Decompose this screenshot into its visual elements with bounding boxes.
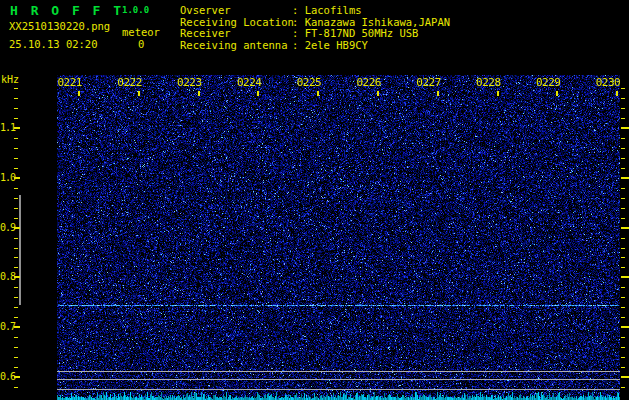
freq-minor-tick-left	[14, 248, 18, 249]
freq-major-tick-right	[621, 276, 629, 278]
hrofft-output-window: H R O F F T 1.0.0 XX2510130220.png meteo…	[0, 0, 629, 400]
info-value-antenna: 2ele HB9CY	[305, 39, 368, 51]
freq-minor-tick-right	[621, 248, 625, 249]
meteor-count-value: 0	[138, 38, 144, 50]
freq-minor-tick-right	[621, 317, 625, 318]
frequency-range-marker-bar	[19, 195, 21, 305]
freq-tick-label: 0.8	[0, 271, 14, 282]
freq-major-tick-left	[14, 376, 20, 378]
freq-minor-tick-left	[14, 198, 18, 199]
time-tick-mark	[556, 91, 558, 96]
freq-minor-tick-left	[14, 387, 18, 388]
freq-minor-tick-left	[14, 88, 18, 89]
freq-minor-tick-right	[621, 367, 625, 368]
station-info-table: Ovserver: Lacofilms Receiving Location: …	[180, 5, 450, 52]
time-tick-label: 0223	[172, 76, 202, 89]
freq-minor-tick-right	[621, 98, 625, 99]
freq-minor-tick-right	[621, 347, 625, 348]
freq-minor-tick-left	[14, 337, 18, 338]
freq-minor-tick-right	[621, 357, 625, 358]
record-datetime: 25.10.13 02:20	[9, 38, 98, 50]
time-tick-label: 0228	[471, 76, 501, 89]
freq-minor-tick-left	[14, 297, 18, 298]
freq-minor-tick-right	[621, 118, 625, 119]
freq-minor-tick-right	[621, 168, 625, 169]
freq-major-tick-left	[14, 326, 20, 328]
info-separator: :	[292, 16, 305, 28]
freq-minor-tick-left	[14, 108, 18, 109]
freq-major-tick-right	[621, 326, 629, 328]
freq-minor-tick-left	[14, 267, 18, 268]
time-tick-label: 0229	[530, 76, 560, 89]
freq-minor-tick-right	[621, 337, 625, 338]
freq-major-tick-left	[14, 227, 20, 229]
freq-minor-tick-right	[621, 158, 625, 159]
freq-major-tick-right	[621, 227, 629, 229]
output-filename: XX2510130220.png	[9, 20, 110, 32]
freq-minor-tick-right	[621, 267, 625, 268]
freq-minor-tick-left	[14, 218, 18, 219]
freq-minor-tick-left	[14, 148, 18, 149]
frequency-unit-label: kHz	[1, 74, 19, 85]
info-separator: :	[292, 4, 305, 16]
info-label: Receiving antenna	[180, 40, 292, 52]
freq-minor-tick-left	[14, 118, 18, 119]
freq-minor-tick-left	[14, 287, 18, 288]
freq-minor-tick-left	[14, 257, 18, 258]
freq-major-tick-left	[14, 177, 20, 179]
info-row-antenna: Receiving antenna: 2ele HB9CY	[180, 40, 450, 52]
freq-minor-tick-right	[621, 257, 625, 258]
freq-minor-tick-left	[14, 188, 18, 189]
freq-minor-tick-left	[14, 138, 18, 139]
freq-minor-tick-left	[14, 238, 18, 239]
time-tick-mark	[78, 91, 80, 96]
freq-major-tick-left	[14, 276, 20, 278]
time-tick-label: 0224	[231, 76, 261, 89]
freq-minor-tick-left	[14, 307, 18, 308]
time-tick-mark	[198, 91, 200, 96]
freq-minor-tick-right	[621, 238, 625, 239]
time-tick-label: 0222	[112, 76, 142, 89]
freq-tick-label: 0.6	[0, 371, 14, 382]
freq-minor-tick-right	[621, 188, 625, 189]
freq-minor-tick-left	[14, 208, 18, 209]
time-tick-label: 0225	[291, 76, 321, 89]
freq-minor-tick-left	[14, 357, 18, 358]
freq-tick-label: 0.7	[0, 321, 14, 332]
app-version: 1.0.0	[122, 5, 149, 15]
time-tick-label: 0226	[351, 76, 381, 89]
freq-major-tick-right	[621, 177, 629, 179]
freq-minor-tick-right	[621, 387, 625, 388]
info-separator: :	[292, 39, 305, 51]
freq-minor-tick-right	[621, 108, 625, 109]
freq-minor-tick-left	[14, 168, 18, 169]
info-value-receiver: FT-817ND 50MHz USB	[305, 27, 419, 39]
time-tick-mark	[317, 91, 319, 96]
time-tick-label: 0221	[52, 76, 82, 89]
freq-minor-tick-right	[621, 287, 625, 288]
freq-minor-tick-right	[621, 198, 625, 199]
time-tick-label: 0227	[411, 76, 441, 89]
info-value-location: Kanazawa Ishikawa,JAPAN	[305, 16, 450, 28]
freq-major-tick-right	[621, 376, 629, 378]
freq-minor-tick-right	[621, 138, 625, 139]
freq-major-tick-left	[14, 127, 20, 129]
time-tick-mark	[437, 91, 439, 96]
time-tick-mark	[497, 91, 499, 96]
freq-major-tick-right	[621, 127, 629, 129]
app-title: H R O F F T	[10, 3, 124, 18]
freq-tick-label: 1.0	[0, 172, 14, 183]
time-tick-mark	[377, 91, 379, 96]
freq-minor-tick-left	[14, 98, 18, 99]
time-tick-mark	[257, 91, 259, 96]
info-value-observer: Lacofilms	[305, 4, 362, 16]
freq-minor-tick-right	[621, 148, 625, 149]
info-label: Ovserver	[180, 5, 292, 17]
info-separator: :	[292, 27, 305, 39]
freq-minor-tick-left	[14, 317, 18, 318]
meteor-counter-label: meteor	[122, 26, 160, 38]
freq-minor-tick-right	[621, 297, 625, 298]
freq-minor-tick-right	[621, 208, 625, 209]
freq-minor-tick-right	[621, 218, 625, 219]
freq-tick-label: 0.9	[0, 222, 14, 233]
